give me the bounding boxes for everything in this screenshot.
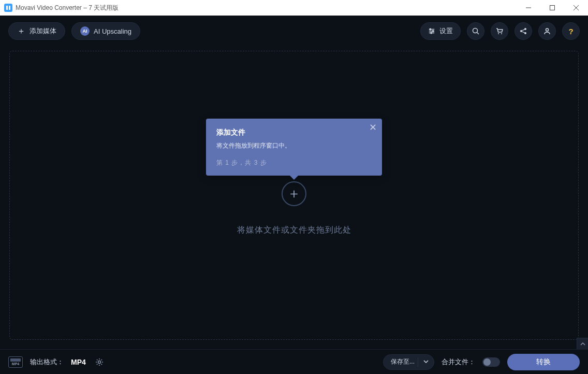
settings-label: 设置 xyxy=(439,26,453,36)
merge-files-label: 合并文件： xyxy=(442,357,475,367)
svg-point-15 xyxy=(501,33,502,34)
svg-line-20 xyxy=(522,32,525,33)
ai-upscaling-label: AI Upscaling xyxy=(94,27,131,35)
plus-icon: ＋ xyxy=(17,26,25,37)
account-button[interactable] xyxy=(538,22,556,40)
svg-line-13 xyxy=(477,33,479,35)
output-format-value[interactable]: MP4 xyxy=(71,358,86,366)
svg-point-22 xyxy=(98,361,100,363)
plus-icon: ＋ xyxy=(287,184,301,203)
dropzone[interactable]: ✕ 添加文件 将文件拖放到程序窗口中。 第 1 步，共 3 步 ＋ 将媒体文件或… xyxy=(9,51,579,340)
save-to-button[interactable]: 保存至... xyxy=(383,354,434,370)
cart-icon xyxy=(495,27,504,35)
add-file-circle-button[interactable]: ＋ xyxy=(282,181,306,206)
add-media-button[interactable]: ＋ 添加媒体 xyxy=(8,22,65,40)
chevron-down-icon xyxy=(421,358,431,366)
cart-button[interactable] xyxy=(491,22,508,40)
window-close-button[interactable] xyxy=(564,0,588,16)
help-icon: ? xyxy=(568,27,573,36)
chevron-up-icon xyxy=(580,341,585,347)
onboarding-tooltip: ✕ 添加文件 将文件拖放到程序窗口中。 第 1 步，共 3 步 xyxy=(206,119,382,176)
ai-icon: AI xyxy=(80,26,90,36)
titlebar: Movavi Video Converter – 7 天试用版 xyxy=(0,0,588,16)
sliders-icon xyxy=(428,27,435,35)
add-media-label: 添加媒体 xyxy=(30,26,56,36)
svg-point-21 xyxy=(546,28,549,31)
search-icon xyxy=(472,27,480,35)
help-button[interactable]: ? xyxy=(562,22,580,40)
tooltip-step: 第 1 步，共 3 步 xyxy=(216,159,372,167)
app-icon xyxy=(4,4,12,12)
output-format-label: 输出格式： xyxy=(30,357,64,367)
gear-icon xyxy=(95,357,104,367)
window-minimize-button[interactable] xyxy=(517,0,540,16)
tooltip-close-button[interactable]: ✕ xyxy=(369,123,377,132)
share-icon xyxy=(519,27,527,35)
merge-files-toggle[interactable] xyxy=(482,357,500,367)
tooltip-title: 添加文件 xyxy=(216,128,372,137)
svg-point-10 xyxy=(432,31,434,32)
save-to-label: 保存至... xyxy=(391,357,415,366)
share-button[interactable] xyxy=(514,22,532,40)
toggle-knob xyxy=(483,358,491,366)
output-format-settings-button[interactable] xyxy=(93,356,106,368)
svg-rect-0 xyxy=(6,6,8,10)
search-button[interactable] xyxy=(467,22,484,40)
svg-point-9 xyxy=(430,28,431,30)
settings-button[interactable]: 设置 xyxy=(420,22,461,40)
toolbar: ＋ 添加媒体 AI AI Upscaling 设置 ? xyxy=(0,16,588,41)
tooltip-body: 将文件拖放到程序窗口中。 xyxy=(216,141,372,150)
dropzone-text: 将媒体文件或文件夹拖到此处 xyxy=(237,225,351,236)
bottombar: MP4 输出格式： MP4 保存至... 合并文件： 转换 xyxy=(0,349,588,374)
svg-rect-3 xyxy=(550,6,555,10)
window-maximize-button[interactable] xyxy=(540,0,564,16)
format-badge-icon: MP4 xyxy=(8,356,23,368)
panel-collapse-button[interactable] xyxy=(577,338,588,349)
svg-point-11 xyxy=(431,32,432,34)
ai-upscaling-button[interactable]: AI AI Upscaling xyxy=(71,22,140,40)
user-icon xyxy=(543,27,551,35)
svg-rect-1 xyxy=(9,6,10,10)
convert-label: 转换 xyxy=(536,357,551,367)
svg-point-14 xyxy=(498,33,499,34)
svg-point-12 xyxy=(473,28,478,33)
window-title: Movavi Video Converter – 7 天试用版 xyxy=(16,4,517,12)
convert-button[interactable]: 转换 xyxy=(507,354,580,370)
svg-line-19 xyxy=(522,30,525,31)
